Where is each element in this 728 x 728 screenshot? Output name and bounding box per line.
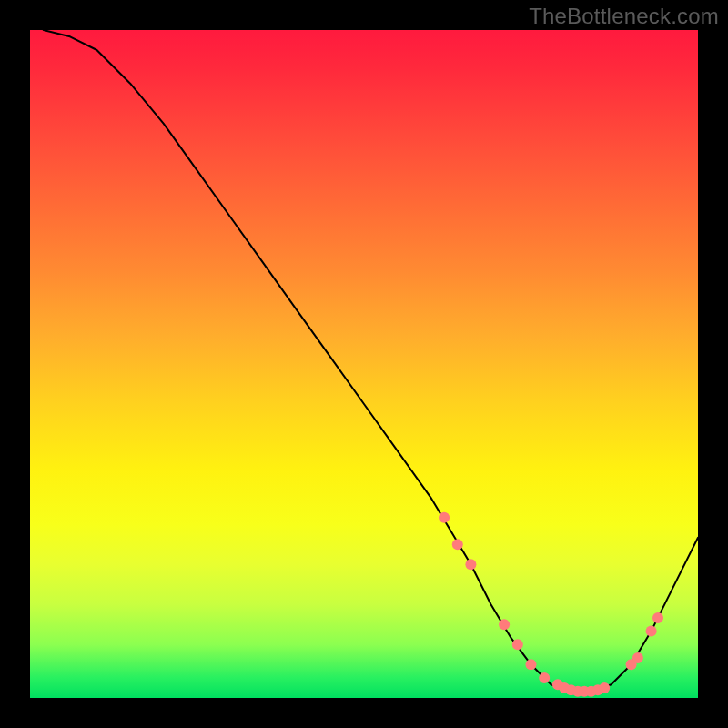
marker-point xyxy=(465,559,476,570)
marker-point xyxy=(512,639,523,650)
curve-svg xyxy=(30,30,698,698)
marker-point xyxy=(646,626,657,637)
marker-point xyxy=(652,612,663,623)
marker-point xyxy=(632,652,643,663)
marker-point xyxy=(539,672,550,683)
marker-point xyxy=(599,682,610,693)
marker-point xyxy=(452,539,463,550)
chart-frame: TheBottleneck.com xyxy=(0,0,728,728)
highlighted-points xyxy=(439,512,663,697)
plot-area xyxy=(30,30,698,698)
marker-point xyxy=(499,619,510,630)
bottleneck-curve xyxy=(44,30,698,692)
watermark-text: TheBottleneck.com xyxy=(529,4,719,29)
marker-point xyxy=(526,659,537,670)
marker-point xyxy=(439,512,450,523)
